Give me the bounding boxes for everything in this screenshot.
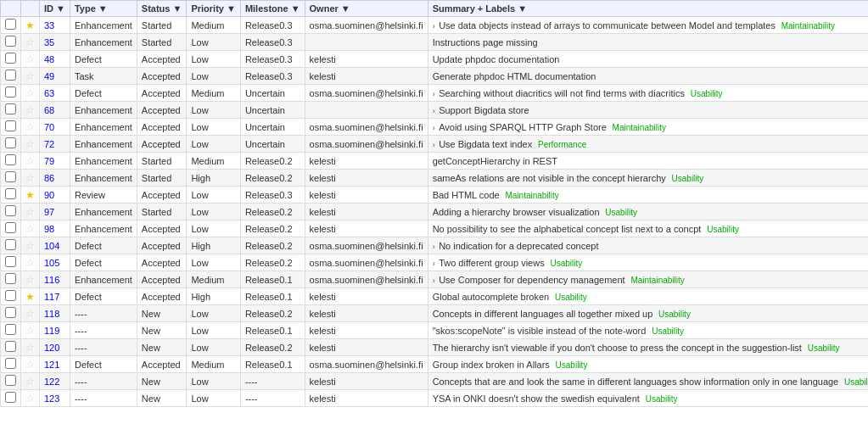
row-type-cell: Defect	[70, 51, 137, 68]
row-checkbox[interactable]	[5, 19, 16, 30]
label-badge: Usability	[552, 293, 587, 302]
row-id-cell: 105	[40, 254, 70, 271]
row-id-cell: 63	[40, 85, 70, 102]
row-checkbox[interactable]	[5, 171, 16, 182]
row-checkbox[interactable]	[5, 273, 16, 284]
star-icon[interactable]: ☆	[25, 342, 35, 354]
star-icon[interactable]: ☆	[25, 172, 35, 184]
row-type-cell: Enhancement	[70, 170, 137, 187]
row-priority-cell: Low	[187, 373, 240, 390]
star-icon[interactable]: ☆	[25, 308, 35, 320]
issue-id-link[interactable]: 120	[44, 343, 59, 353]
issue-id-link[interactable]: 104	[44, 241, 59, 251]
priority-col-header[interactable]: Priority ▼	[187, 1, 240, 17]
row-status-cell: Started	[137, 153, 187, 170]
star-icon[interactable]: ☆	[25, 257, 35, 269]
star-icon[interactable]: ☆	[25, 155, 35, 167]
issue-id-link[interactable]: 63	[44, 88, 54, 98]
row-checkbox[interactable]	[5, 53, 16, 64]
issue-id-link[interactable]: 98	[44, 224, 54, 234]
row-checkbox[interactable]	[5, 341, 16, 352]
table-row: ☆121DefectAcceptedMediumRelease0.1osma.s…	[1, 356, 869, 373]
issue-id-link[interactable]: 79	[44, 156, 54, 166]
type-col-header[interactable]: Type ▼	[70, 1, 137, 17]
issue-id-link[interactable]: 49	[44, 71, 54, 81]
star-icon[interactable]: ☆	[25, 121, 35, 133]
row-checkbox[interactable]	[5, 70, 16, 81]
row-checkbox[interactable]	[5, 188, 16, 199]
row-star-cell: ☆	[21, 170, 40, 187]
row-type-cell: Enhancement	[70, 119, 137, 136]
issue-id-link[interactable]: 72	[44, 139, 54, 149]
issue-id-link[interactable]: 119	[44, 326, 59, 336]
issue-id-link[interactable]: 33	[44, 20, 54, 31]
row-star-cell: ★	[21, 187, 40, 204]
summary-text: Group index broken in Allars	[433, 360, 550, 370]
issue-id-link[interactable]: 97	[44, 207, 54, 217]
table-row: ☆116EnhancementAcceptedMediumRelease0.1o…	[1, 271, 869, 288]
summary-col-header[interactable]: Summary + Labels ▼	[428, 1, 868, 17]
row-checkbox[interactable]	[5, 137, 16, 148]
star-icon[interactable]: ☆	[25, 325, 35, 337]
row-checkbox[interactable]	[5, 120, 16, 131]
owner-col-header[interactable]: Owner ▼	[305, 1, 428, 17]
star-icon[interactable]: ☆	[25, 376, 35, 388]
issue-id-link[interactable]: 123	[44, 393, 59, 404]
row-checkbox[interactable]	[5, 86, 16, 98]
row-checkbox[interactable]	[5, 307, 16, 318]
row-checkbox[interactable]	[5, 392, 16, 403]
issue-id-link[interactable]: 70	[44, 122, 54, 132]
star-icon[interactable]: ☆	[25, 393, 35, 404]
issue-id-link[interactable]: 90	[44, 190, 54, 200]
issue-id-link[interactable]: 121	[44, 360, 59, 370]
row-status-cell: Accepted	[137, 136, 187, 153]
issue-id-link[interactable]: 35	[44, 37, 54, 47]
issue-id-link[interactable]: 117	[44, 292, 59, 302]
milestone-col-header[interactable]: Milestone ▼	[240, 1, 305, 17]
star-icon[interactable]: ★	[25, 189, 35, 201]
row-checkbox[interactable]	[5, 375, 16, 386]
row-id-cell: 120	[40, 339, 70, 356]
issue-id-link[interactable]: 48	[44, 54, 54, 64]
star-icon[interactable]: ☆	[25, 359, 35, 371]
label-badge: Usability	[704, 225, 739, 234]
star-icon[interactable]: ☆	[25, 274, 35, 286]
row-checkbox[interactable]	[5, 36, 16, 47]
issue-id-link[interactable]: 118	[44, 309, 59, 319]
row-checkbox[interactable]	[5, 290, 16, 301]
status-col-header[interactable]: Status ▼	[137, 1, 187, 17]
row-checkbox[interactable]	[5, 205, 16, 216]
issue-id-link[interactable]: 68	[44, 105, 54, 115]
row-status-cell: Accepted	[137, 51, 187, 68]
star-icon[interactable]: ☆	[25, 53, 35, 65]
summary-text: No possibility to see the alphabetical c…	[433, 224, 702, 234]
issue-id-link[interactable]: 86	[44, 173, 54, 183]
row-checkbox[interactable]	[5, 222, 16, 233]
star-icon[interactable]: ★	[25, 20, 35, 31]
table-row: ★117DefectAcceptedHighRelease0.1kelestiG…	[1, 288, 869, 305]
row-checkbox[interactable]	[5, 358, 16, 369]
issue-id-link[interactable]: 105	[44, 258, 59, 268]
star-icon[interactable]: ☆	[25, 104, 35, 116]
star-icon[interactable]: ☆	[25, 206, 35, 218]
star-icon[interactable]: ☆	[25, 70, 35, 82]
id-col-header[interactable]: ID ▼	[40, 1, 70, 17]
row-checkbox[interactable]	[5, 324, 16, 335]
row-owner-cell: osma.suominen@helsinki.fi	[305, 271, 428, 288]
issue-id-link[interactable]: 116	[44, 275, 59, 285]
row-checkbox[interactable]	[5, 256, 16, 267]
row-owner-cell: kelesti	[305, 373, 428, 390]
star-icon[interactable]: ☆	[25, 223, 35, 235]
star-icon[interactable]: ☆	[25, 36, 35, 48]
row-checkbox[interactable]	[5, 103, 16, 114]
star-icon[interactable]: ☆	[25, 87, 35, 99]
star-icon[interactable]: ☆	[25, 138, 35, 150]
row-checkbox[interactable]	[5, 154, 16, 165]
row-priority-cell: Medium	[187, 85, 240, 102]
row-milestone-cell: Uncertain	[240, 102, 305, 119]
star-icon[interactable]: ★	[25, 291, 35, 303]
issue-id-link[interactable]: 122	[44, 377, 59, 387]
row-milestone-cell: Release0.3	[240, 68, 305, 85]
row-checkbox[interactable]	[5, 239, 16, 250]
star-icon[interactable]: ☆	[25, 240, 35, 252]
